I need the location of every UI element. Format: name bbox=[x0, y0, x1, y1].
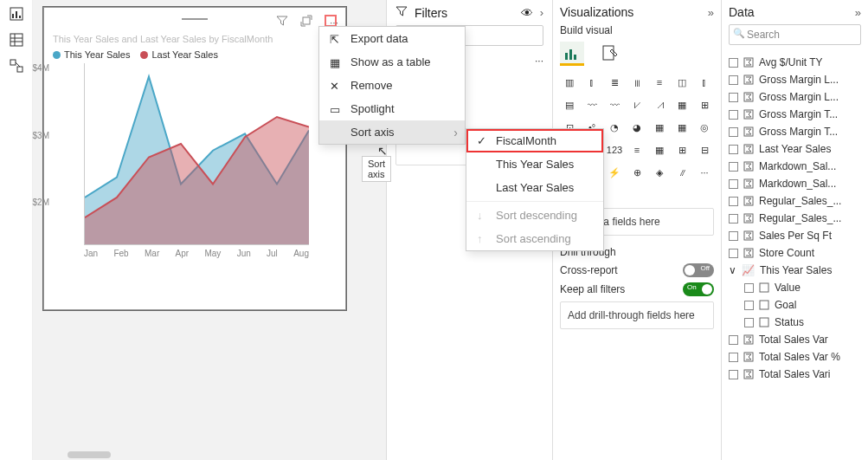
keep-filters-toggle[interactable]: On bbox=[683, 282, 714, 296]
field-checkbox[interactable] bbox=[729, 231, 738, 241]
vis-type-tile[interactable]: ··· bbox=[695, 163, 714, 182]
field-checkbox[interactable] bbox=[744, 301, 754, 310]
section-more-icon[interactable]: ··· bbox=[535, 55, 543, 67]
field-checkbox[interactable] bbox=[729, 353, 738, 362]
menu-item-remove[interactable]: ✕Remove bbox=[319, 74, 465, 97]
vis-type-tile[interactable]: ⫿ bbox=[582, 73, 601, 92]
field-item[interactable]: Total Sales Var bbox=[729, 331, 861, 348]
field-item[interactable]: Markdown_Sal... bbox=[729, 158, 861, 175]
field-item[interactable]: Regular_Sales_... bbox=[729, 210, 861, 227]
filter-icon[interactable] bbox=[276, 15, 288, 27]
field-item[interactable]: Regular_Sales_... bbox=[729, 192, 861, 210]
field-group-expanded[interactable]: ∨📈This Year Sales bbox=[729, 262, 861, 279]
svg-rect-1 bbox=[12, 14, 14, 18]
field-checkbox[interactable] bbox=[729, 249, 738, 258]
build-visual-tab[interactable] bbox=[560, 42, 584, 66]
vis-type-tile[interactable]: ▤ bbox=[560, 95, 579, 114]
svg-rect-30 bbox=[760, 283, 768, 292]
collapse-pane-icon[interactable]: › bbox=[540, 6, 543, 19]
vis-type-tile[interactable]: ⊞ bbox=[695, 95, 714, 114]
field-item[interactable]: Avg $/Unit TY bbox=[729, 54, 861, 71]
field-checkbox[interactable] bbox=[729, 370, 738, 379]
vis-type-tile[interactable]: ⫿ bbox=[695, 73, 714, 92]
menu-item-table[interactable]: ▦Show as a table bbox=[319, 50, 465, 74]
field-item[interactable]: Status bbox=[729, 314, 861, 331]
vis-type-tile[interactable]: 〰 bbox=[582, 95, 601, 114]
area-chart-visual[interactable]: ··· This Year Sales and Last Year Sales … bbox=[43, 7, 346, 310]
y-tick: $2M bbox=[22, 198, 49, 207]
field-checkbox[interactable] bbox=[729, 93, 738, 102]
menu-item-export[interactable]: ⇱Export data bbox=[319, 27, 465, 50]
field-item[interactable]: Gross Margin L... bbox=[729, 71, 861, 88]
menu-item-sortaxis[interactable]: Sort axis bbox=[319, 120, 465, 144]
vis-type-tile[interactable]: ▦ bbox=[650, 118, 669, 137]
vis-type-tile[interactable]: ≡ bbox=[627, 140, 646, 159]
collapse-pane-icon[interactable]: » bbox=[708, 6, 714, 19]
collapse-pane-icon[interactable]: » bbox=[855, 6, 861, 19]
vis-type-tile[interactable]: ◈ bbox=[650, 163, 669, 182]
field-checkbox[interactable] bbox=[729, 75, 738, 85]
sort-field-option[interactable]: This Year Sales bbox=[466, 152, 603, 176]
field-item[interactable]: Last Year Sales bbox=[729, 140, 861, 158]
field-item[interactable]: Value bbox=[729, 279, 861, 296]
vis-type-tile[interactable]: ◔ bbox=[605, 118, 624, 137]
vis-type-tile[interactable]: ⊟ bbox=[695, 140, 714, 159]
field-checkbox[interactable] bbox=[729, 214, 738, 224]
field-item[interactable]: Markdown_Sal... bbox=[729, 175, 861, 192]
field-checkbox[interactable] bbox=[744, 283, 754, 293]
data-search-input[interactable]: Search bbox=[729, 24, 861, 45]
field-checkbox[interactable] bbox=[729, 162, 738, 172]
sort-field-option[interactable]: ✓FiscalMonth bbox=[466, 129, 603, 152]
vis-type-tile[interactable]: ⫽ bbox=[672, 163, 691, 182]
vis-type-tile[interactable]: ⚡ bbox=[605, 163, 624, 182]
canvas-hscroll[interactable] bbox=[68, 451, 111, 458]
sort-ascending[interactable]: ↑Sort ascending bbox=[466, 227, 603, 250]
field-item[interactable]: Total Sales Var % bbox=[729, 348, 861, 366]
field-checkbox[interactable] bbox=[729, 179, 738, 189]
menu-item-spotlight[interactable]: ▭Spotlight bbox=[319, 97, 465, 120]
vis-type-tile[interactable]: 123 bbox=[605, 140, 624, 159]
field-checkbox[interactable] bbox=[729, 335, 738, 345]
focus-mode-icon[interactable] bbox=[300, 15, 312, 27]
field-item[interactable]: Total Sales Vari bbox=[729, 366, 861, 383]
field-checkbox[interactable] bbox=[729, 127, 738, 137]
drill-through-well[interactable]: Add drill-through fields here bbox=[560, 301, 714, 329]
vis-type-tile[interactable]: ≣ bbox=[605, 73, 624, 92]
field-item[interactable]: Gross Margin T... bbox=[729, 106, 861, 123]
field-item[interactable]: Gross Margin T... bbox=[729, 123, 861, 140]
vis-type-tile[interactable]: ▦ bbox=[650, 140, 669, 159]
vis-type-tile[interactable]: ▥ bbox=[560, 73, 579, 92]
cross-report-toggle[interactable]: Off bbox=[683, 263, 714, 277]
vis-type-tile[interactable]: ◕ bbox=[627, 118, 646, 137]
vis-type-tile[interactable]: ⫼ bbox=[627, 73, 646, 92]
field-checkbox[interactable] bbox=[729, 197, 738, 206]
vis-type-tile[interactable]: ▦ bbox=[672, 118, 691, 137]
vis-type-tile[interactable]: ≡ bbox=[650, 73, 669, 92]
data-view-icon[interactable] bbox=[8, 31, 25, 49]
field-item[interactable]: Goal bbox=[729, 296, 861, 314]
sort-field-option[interactable]: Last Year Sales bbox=[466, 176, 603, 199]
vis-type-tile[interactable]: ◎ bbox=[695, 118, 714, 137]
field-item[interactable]: Store Count bbox=[729, 244, 861, 262]
visibility-icon[interactable]: 👁 bbox=[521, 6, 533, 20]
vis-type-tile[interactable]: 〰 bbox=[605, 95, 624, 114]
vis-type-tile[interactable]: ⩗ bbox=[627, 95, 646, 114]
more-options-icon[interactable]: ··· bbox=[325, 15, 337, 27]
vis-type-tile[interactable]: ▦ bbox=[672, 95, 691, 114]
field-item[interactable]: Sales Per Sq Ft bbox=[729, 227, 861, 244]
field-checkbox[interactable] bbox=[729, 110, 738, 120]
report-canvas[interactable]: ··· This Year Sales and Last Year Sales … bbox=[33, 0, 386, 460]
sortaxis-icon bbox=[330, 126, 342, 139]
vis-type-tile[interactable]: ⩘ bbox=[650, 95, 669, 114]
format-visual-tab[interactable] bbox=[598, 42, 622, 66]
field-checkbox[interactable] bbox=[729, 58, 738, 68]
vis-type-tile[interactable]: ⊞ bbox=[672, 140, 691, 159]
sort-descending[interactable]: ↓Sort descending bbox=[466, 204, 603, 227]
field-checkbox[interactable] bbox=[744, 318, 754, 327]
vis-type-tile[interactable]: ⊕ bbox=[627, 163, 646, 182]
report-view-icon[interactable] bbox=[8, 5, 25, 23]
vis-type-tile[interactable]: ◫ bbox=[672, 73, 691, 92]
drag-handle[interactable] bbox=[182, 18, 208, 20]
field-item[interactable]: Gross Margin L... bbox=[729, 88, 861, 106]
field-checkbox[interactable] bbox=[729, 145, 738, 154]
